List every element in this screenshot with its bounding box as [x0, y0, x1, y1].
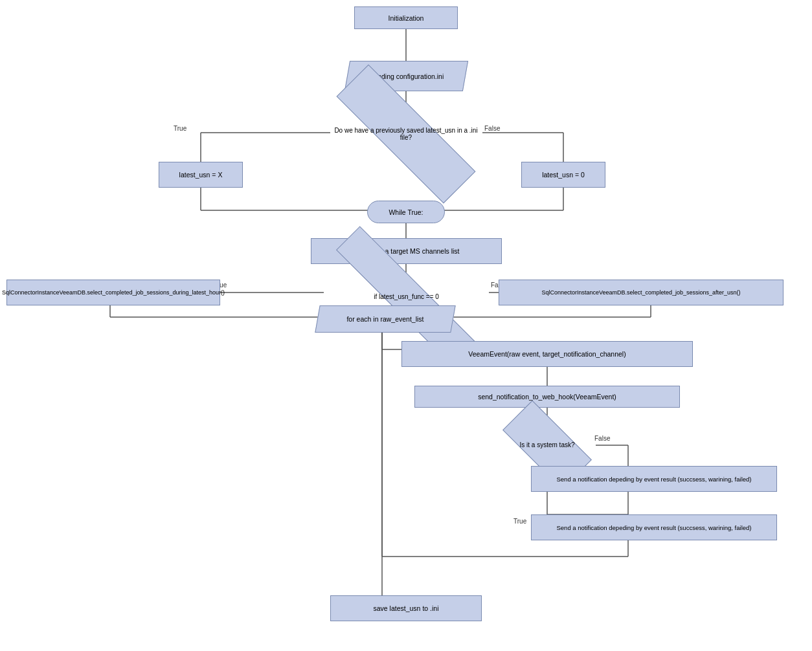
latest-usn-x-node: latest_usn = X [159, 162, 243, 188]
for-each-raw-label: for each in raw_event_list [318, 306, 453, 332]
sql-after-node: SqlConnectorInstanceVeeamDB.select_compl… [499, 280, 784, 305]
sql-during-node: SqlConnectorInstanceVeeamDB.select_compl… [6, 280, 220, 305]
true-label-ini: True [174, 125, 186, 132]
notif-false-node: Send a notification depeding by event re… [531, 466, 777, 492]
for-each-raw-node: for each in raw_event_list [315, 305, 455, 333]
sql-during-label: SqlConnectorInstanceVeeamDB.select_compl… [2, 289, 225, 296]
notif-true-label: Send a notification depeding by event re… [556, 524, 751, 531]
veeam-event-node: VeeamEvent(raw event, target_notificatio… [401, 341, 693, 367]
send-notification-node: send_notification_to_web_hook(VeeamEvent… [414, 386, 680, 408]
initialization-node: Initialization [354, 6, 458, 29]
sql-after-label: SqlConnectorInstanceVeeamDB.select_compl… [541, 289, 740, 296]
latest-usn-0-label: latest_usn = 0 [542, 171, 585, 179]
while-true-label: While True: [389, 208, 423, 216]
save-latest-usn-node: save latest_usn to .ini [330, 595, 482, 621]
diamond-ini-label: Do we have a previously saved latest_usn… [331, 112, 481, 156]
while-true-node: While True: [367, 201, 445, 223]
latest-usn-x-label: latest_usn = X [179, 171, 223, 179]
diamond-system-label: Is it a system task? [506, 425, 589, 465]
save-latest-usn-label: save latest_usn to .ini [374, 604, 439, 612]
false-label-system: False [594, 435, 610, 442]
latest-usn-0-node: latest_usn = 0 [521, 162, 605, 188]
flowchart-diagram: Initialization Reading configuration.ini… [0, 0, 812, 651]
true-label-system: True [513, 518, 526, 525]
notif-false-label: Send a notification depeding by event re… [556, 476, 751, 483]
initialization-label: Initialization [389, 14, 424, 22]
notif-true-node: Send a notification depeding by event re… [531, 514, 777, 540]
send-notification-label: send_notification_to_web_hook(VeeamEvent… [478, 393, 616, 401]
veeam-event-label: VeeamEvent(raw event, target_notificatio… [468, 350, 626, 358]
false-label-ini: False [484, 125, 500, 132]
